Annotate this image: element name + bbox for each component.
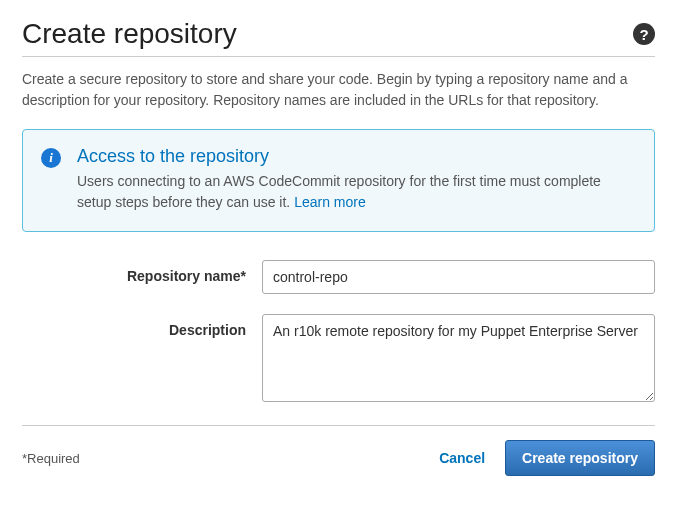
intro-text: Create a secure repository to store and … <box>22 69 655 111</box>
help-icon[interactable]: ? <box>633 23 655 45</box>
page-title: Create repository <box>22 18 237 50</box>
form-area: Repository name* Description <box>22 260 655 405</box>
info-icon: i <box>41 148 61 168</box>
repo-name-label: Repository name* <box>22 260 262 284</box>
create-repository-button[interactable]: Create repository <box>505 440 655 476</box>
info-box-title: Access to the repository <box>77 146 636 167</box>
info-box: i Access to the repository Users connect… <box>22 129 655 232</box>
repo-name-input[interactable] <box>262 260 655 294</box>
description-input[interactable] <box>262 314 655 402</box>
cancel-button[interactable]: Cancel <box>435 442 489 474</box>
description-label: Description <box>22 314 262 338</box>
info-box-body: Users connecting to an AWS CodeCommit re… <box>77 171 636 213</box>
learn-more-link[interactable]: Learn more <box>294 194 366 210</box>
required-note: *Required <box>22 451 80 466</box>
